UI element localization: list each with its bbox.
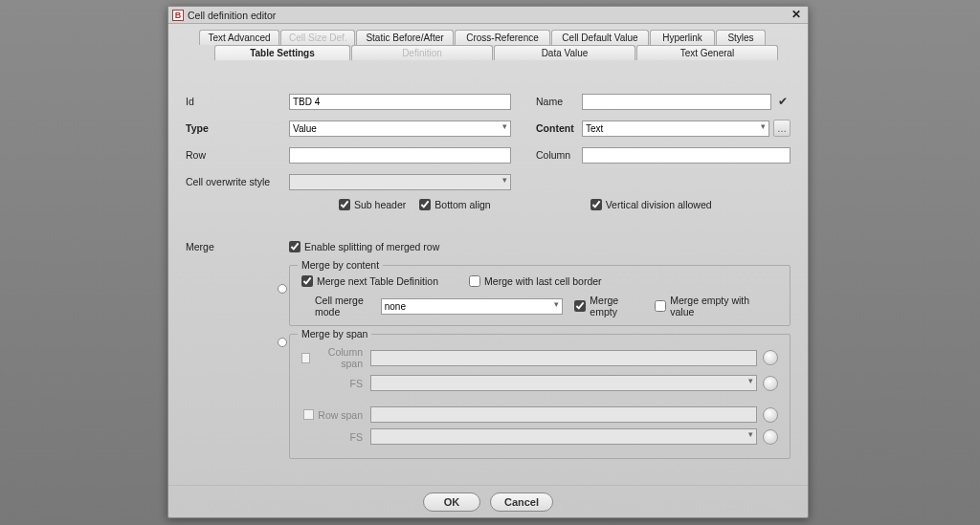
merge-last-border-checkbox[interactable]: Merge with last cell border [469, 275, 602, 287]
column-span-round-button[interactable] [763, 350, 778, 365]
name-field[interactable] [582, 94, 771, 110]
tab-data-value[interactable]: Data Value [494, 45, 635, 60]
content-browse-button[interactable]: … [773, 120, 791, 137]
type-label: Type [186, 122, 289, 134]
vertical-division-checkbox[interactable]: Vertical division allowed [590, 199, 712, 210]
merge-by-span-radio[interactable] [278, 338, 287, 347]
app-icon: B [172, 10, 184, 21]
merge-empty-value-checkbox[interactable]: Merge empty with value [655, 295, 765, 317]
tab-cross-reference[interactable]: Cross-Reference [455, 30, 550, 45]
type-select[interactable] [289, 120, 511, 137]
tab-text-general[interactable]: Text General [636, 45, 778, 60]
tab-table-settings[interactable]: Table Settings [214, 45, 350, 60]
row-span-mini-checkbox[interactable] [303, 409, 314, 420]
row-span-label: Row span [318, 409, 363, 421]
row-span-fs-label: FS [350, 431, 363, 443]
dialog-window: B Cell definition editor ✕ Text Advanced… [167, 6, 809, 518]
column-field[interactable] [582, 147, 791, 164]
close-icon[interactable]: ✕ [789, 9, 804, 22]
merge-by-span-legend: Merge by span [298, 328, 371, 339]
column-span-fs-select[interactable] [370, 375, 757, 391]
column-span-fs-round-button[interactable] [763, 376, 778, 391]
merge-by-content-radio[interactable] [278, 284, 287, 294]
row-label: Row [186, 149, 289, 161]
tab-definition[interactable]: Definition [351, 45, 493, 60]
row-span-fs-select[interactable] [370, 428, 757, 445]
row-span-round-button[interactable] [763, 407, 778, 423]
overwrite-select[interactable] [289, 174, 511, 190]
name-label: Name [536, 96, 582, 107]
column-span-mini-checkbox[interactable] [301, 353, 310, 363]
name-check-icon[interactable]: ✔ [775, 94, 791, 109]
tab-cell-default-value[interactable]: Cell Default Value [551, 30, 649, 45]
cell-merge-mode-select[interactable] [381, 298, 563, 315]
content-label: Content [536, 122, 582, 134]
merge-section-label: Merge [186, 241, 289, 252]
tab-row-1: Text Advanced Cell Size Def. Static Befo… [178, 30, 798, 45]
tab-row-2: Table Settings Definition Data Value Tex… [178, 45, 798, 60]
content-select[interactable] [582, 120, 769, 137]
merge-next-checkbox[interactable]: Merge next Table Definition [301, 275, 438, 287]
cancel-button[interactable]: Cancel [490, 492, 553, 512]
cell-merge-mode-label: Cell merge mode [301, 295, 381, 317]
ok-button[interactable]: OK [423, 492, 480, 512]
row-span-field[interactable] [370, 406, 757, 423]
column-span-field[interactable] [370, 350, 757, 366]
merge-by-span-fieldset: Merge by span Column span FS Row span [289, 334, 791, 459]
row-span-fs-round-button[interactable] [763, 429, 778, 445]
id-label: Id [186, 96, 289, 107]
tabs-area: Text Advanced Cell Size Def. Static Befo… [168, 24, 808, 60]
bottom-align-checkbox[interactable]: Bottom align [419, 199, 490, 210]
id-field[interactable] [289, 94, 511, 110]
column-label: Column [536, 149, 582, 161]
titlebar: B Cell definition editor ✕ [168, 7, 808, 24]
tab-static-before-after[interactable]: Static Before/After [356, 30, 454, 45]
tab-cell-size-def[interactable]: Cell Size Def. [280, 30, 355, 45]
column-span-fs-label: FS [350, 378, 363, 389]
panel-body: Id Name ✔ Type Content … Row Column Cell [168, 60, 808, 485]
overwrite-label: Cell overwrite style [186, 176, 289, 187]
subheader-checkbox[interactable]: Sub header [339, 199, 406, 210]
window-title: Cell definition editor [188, 10, 789, 21]
tab-styles[interactable]: Styles [716, 30, 766, 45]
column-span-label: Column span [314, 346, 363, 369]
enable-split-checkbox[interactable]: Enable splitting of merged row [289, 241, 439, 252]
merge-empty-checkbox[interactable]: Merge empty [574, 295, 641, 317]
tab-hyperlink[interactable]: Hyperlink [650, 30, 715, 45]
tab-text-advanced[interactable]: Text Advanced [199, 30, 279, 45]
row-field[interactable] [289, 147, 511, 164]
footer: OK Cancel [168, 485, 808, 517]
merge-by-content-fieldset: Merge by content Merge next Table Defini… [289, 265, 791, 326]
merge-by-content-legend: Merge by content [298, 259, 383, 271]
